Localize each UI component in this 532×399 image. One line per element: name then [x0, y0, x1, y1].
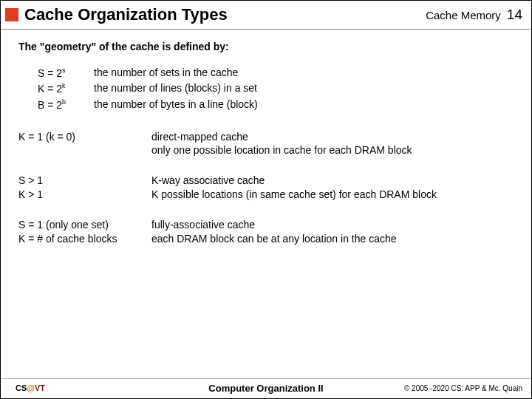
- cache-type-block: K = 1 (k = 0) direct-mapped cache only o…: [18, 130, 514, 158]
- desc-line: K possible locations (in same cache set)…: [151, 188, 514, 202]
- page-number: 14: [507, 7, 522, 23]
- geometry-desc: the number of sets in the cache: [94, 66, 238, 81]
- cache-type-block: S = 1 (only one set) K = # of cache bloc…: [18, 218, 514, 246]
- footer-left: CS@VT: [16, 383, 45, 392]
- geometry-table: S = 2s the number of sets in the cache K…: [38, 66, 514, 112]
- geom-sup: b: [62, 98, 66, 106]
- condition-line: S > 1: [18, 174, 151, 188]
- footer-center: Computer Organization II: [208, 383, 323, 394]
- condition-line: K = # of cache blocks: [18, 232, 151, 246]
- condition-line: K > 1: [18, 188, 151, 202]
- geometry-lhs: B = 2b: [38, 98, 94, 112]
- slide-footer: CS@VT Computer Organization II © 2005 -2…: [1, 383, 531, 392]
- cache-type-condition: S > 1 K > 1: [18, 174, 151, 202]
- geometry-row: B = 2b the number of bytes in a line (bl…: [38, 98, 514, 112]
- desc-line: only one possible location in cache for …: [151, 143, 514, 157]
- geometry-desc: the number of lines (blocks) in a set: [94, 81, 257, 96]
- geometry-row: S = 2s the number of sets in the cache: [38, 66, 514, 81]
- intro-text: The "geometry" of the cache is defined b…: [18, 40, 514, 54]
- cache-type-condition: S = 1 (only one set) K = # of cache bloc…: [18, 218, 151, 246]
- accent-square-icon: [5, 8, 18, 21]
- condition-line: S = 1 (only one set): [18, 218, 151, 232]
- geometry-desc: the number of bytes in a line (block): [94, 98, 258, 112]
- cache-type-block: S > 1 K > 1 K-way associative cache K po…: [18, 174, 514, 202]
- section-label: Cache Memory: [426, 9, 501, 21]
- geom-base: K = 2: [38, 83, 62, 95]
- desc-line: fully-associative cache: [151, 218, 514, 232]
- desc-line: K-way associative cache: [151, 174, 514, 188]
- slide-content: The "geometry" of the cache is defined b…: [1, 30, 531, 246]
- footer-at: @: [27, 383, 35, 392]
- cache-type-condition: K = 1 (k = 0): [18, 130, 151, 158]
- cache-type-desc: direct-mapped cache only one possible lo…: [151, 130, 514, 158]
- slide: Cache Organization Types Cache Memory 14…: [0, 0, 532, 399]
- geom-base: S = 2: [38, 67, 62, 79]
- cache-type-desc: fully-associative cache each DRAM block …: [151, 218, 514, 246]
- slide-title: Cache Organization Types: [24, 5, 426, 24]
- geom-base: B = 2: [38, 99, 62, 111]
- desc-line: each DRAM block can be at any location i…: [151, 232, 514, 246]
- slide-header: Cache Organization Types Cache Memory 14: [1, 1, 531, 27]
- desc-line: direct-mapped cache: [151, 130, 514, 144]
- condition-line: K = 1 (k = 0): [18, 130, 151, 144]
- geometry-lhs: K = 2k: [38, 81, 94, 96]
- geom-sup: s: [62, 66, 66, 74]
- cache-type-desc: K-way associative cache K possible locat…: [151, 174, 514, 202]
- geom-sup: k: [62, 82, 66, 89]
- footer-divider: [1, 378, 531, 379]
- geometry-lhs: S = 2s: [38, 66, 94, 81]
- footer-right: © 2005 -2020 CS: APP & Mc. Quain: [404, 384, 522, 392]
- footer-cs: CS: [16, 383, 27, 392]
- footer-vt: VT: [35, 383, 45, 392]
- geometry-row: K = 2k the number of lines (blocks) in a…: [38, 81, 514, 96]
